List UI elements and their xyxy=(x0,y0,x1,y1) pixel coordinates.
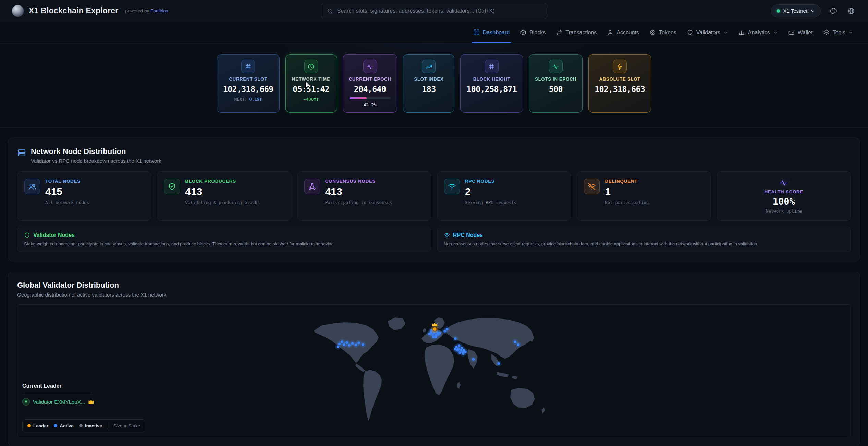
stat-card-current-epoch: CURRENT EPOCH 204,640 42.2% xyxy=(343,54,398,113)
network-nodes-icon xyxy=(304,179,320,194)
node-value: 2 xyxy=(465,186,517,197)
node-label: BLOCK PRODUCERS xyxy=(185,179,260,184)
stat-value: 500 xyxy=(549,85,563,94)
main-content: Network Node Distribution Validator vs R… xyxy=(0,138,868,446)
node-label: RPC NODES xyxy=(465,179,517,184)
stat-label: SLOTS IN EPOCH xyxy=(535,76,576,82)
info-title: Validator Nodes xyxy=(33,232,75,238)
hash-icon xyxy=(241,60,255,73)
search-icon xyxy=(327,8,333,14)
leader-validator-link[interactable]: Validator EXMYLduX... xyxy=(33,399,85,405)
top-header: X1 Blockchain Explorer powered by Fortib… xyxy=(0,0,868,22)
nav-label: Tools xyxy=(833,29,845,36)
fortiblox-link[interactable]: Fortiblox xyxy=(150,8,168,13)
chevron-down-icon xyxy=(773,30,778,35)
nav-label: Analytics xyxy=(748,29,770,36)
nav-label: Wallet xyxy=(798,29,813,36)
leader-avatar: V xyxy=(22,398,30,406)
shield-icon xyxy=(687,29,693,36)
clock-icon xyxy=(304,60,318,73)
info-desc: Non-consensus nodes that serve client re… xyxy=(444,241,844,246)
stat-value: 204,640 xyxy=(354,85,386,94)
network-node-distribution-panel: Network Node Distribution Validator vs R… xyxy=(8,138,860,261)
section-title: Network Node Distribution xyxy=(31,147,161,156)
wallet-icon xyxy=(788,29,795,36)
nav-label: Accounts xyxy=(616,29,639,36)
world-map: Current Leader V Validator EXMYLduX... L… xyxy=(17,304,851,437)
section-title: Global Validator Distribution xyxy=(17,281,851,290)
nav-label: Dashboard xyxy=(483,29,510,36)
node-card-consensus-nodes: CONSENSUS NODES 413 Participating in con… xyxy=(297,171,431,221)
node-value: 415 xyxy=(45,186,89,197)
layers-icon xyxy=(823,29,830,36)
stat-label: CURRENT SLOT xyxy=(229,76,267,82)
node-label: HEALTH SCORE xyxy=(764,189,803,194)
node-desc: Participating in consensus xyxy=(325,200,392,205)
legend-leader: Leader xyxy=(27,423,48,429)
world-map-svg xyxy=(298,305,570,437)
shield-check-icon xyxy=(164,179,180,194)
app-logo[interactable] xyxy=(12,5,24,17)
stat-value: 05:51:42 xyxy=(293,85,329,94)
section-subtitle: Validator vs RPC node breakdown across t… xyxy=(31,158,161,164)
nav-label: Transactions xyxy=(565,29,597,36)
zap-icon xyxy=(613,60,627,73)
nav-tools[interactable]: Tools xyxy=(818,22,858,43)
stat-card-current-slot: CURRENT SLOT 102,318,669 NEXT: 0.19s xyxy=(217,54,280,113)
stat-value: 102,318,663 xyxy=(595,85,645,94)
search-bar[interactable] xyxy=(321,3,547,19)
nav-validators[interactable]: Validators xyxy=(682,22,733,43)
stat-card-absolute-slot: ABSOLUTE SLOT 102,318,663 xyxy=(588,54,651,113)
stat-value: 102,318,669 xyxy=(223,85,273,94)
nav-tokens[interactable]: Tokens xyxy=(644,22,682,43)
pulse-icon xyxy=(549,60,563,73)
powered-by: powered by Fortiblox xyxy=(125,8,168,13)
search-input[interactable] xyxy=(337,8,541,14)
inactive-dot-icon xyxy=(79,424,83,427)
hash-icon xyxy=(485,60,499,73)
nav-analytics[interactable]: Analytics xyxy=(733,22,783,43)
node-desc: Serving RPC requests xyxy=(465,200,517,205)
current-leader-block: Current Leader V Validator EXMYLduX... xyxy=(22,383,94,406)
pulse-icon xyxy=(779,179,788,188)
info-title: RPC Nodes xyxy=(453,232,483,238)
nav-wallet[interactable]: Wallet xyxy=(783,22,818,43)
node-card-delinquent: DELINQUENT 1 Not participating xyxy=(577,171,711,221)
swap-arrows-icon xyxy=(556,29,562,36)
stat-card-block-height: BLOCK HEIGHT 100,258,871 xyxy=(460,54,523,113)
palette-icon xyxy=(830,7,837,15)
network-selector[interactable]: X1 Testnet xyxy=(771,4,821,17)
stat-card-network-time: NETWORK TIME 05:51:42 ~400ms xyxy=(285,54,337,113)
stat-label: SLOT INDEX xyxy=(414,76,443,82)
global-validator-distribution-panel: Global Validator Distribution Geographic… xyxy=(8,272,860,446)
language-button[interactable] xyxy=(846,6,856,16)
app-title: X1 Blockchain Explorer xyxy=(29,6,118,15)
users-icon xyxy=(24,179,40,194)
legend-divider xyxy=(108,423,108,429)
nav-blocks[interactable]: Blocks xyxy=(515,22,551,43)
nav-transactions[interactable]: Transactions xyxy=(551,22,602,43)
nav-label: Tokens xyxy=(659,29,676,36)
crown-icon xyxy=(88,399,94,405)
nav-accounts[interactable]: Accounts xyxy=(602,22,644,43)
node-card-health-score: HEALTH SCORE 100% Network uptime xyxy=(717,171,851,221)
wifi-off-icon xyxy=(584,179,600,194)
info-desc: Stake-weighted nodes that participate in… xyxy=(24,241,424,246)
node-desc: All network nodes xyxy=(45,200,89,205)
current-leader-label: Current Leader xyxy=(22,383,93,393)
stat-card-slot-index: SLOT INDEX 183 xyxy=(403,54,454,113)
stat-sub: NEXT: 0.19s xyxy=(234,97,262,102)
main-nav: Dashboard Blocks Transactions Accounts T… xyxy=(0,22,868,43)
node-value: 413 xyxy=(185,186,260,197)
stat-label: CURRENT EPOCH xyxy=(349,76,391,82)
leader-dot-icon xyxy=(27,424,31,427)
stat-value: 100,258,871 xyxy=(466,85,517,94)
nav-dashboard[interactable]: Dashboard xyxy=(468,22,515,43)
stat-card-slots-in-epoch: SLOTS IN EPOCH 500 xyxy=(529,54,583,113)
cube-icon xyxy=(520,29,526,36)
node-value: 413 xyxy=(325,186,392,197)
epoch-progress-fill xyxy=(350,97,367,99)
theme-button[interactable] xyxy=(828,6,839,16)
rpc-nodes-info: RPC Nodes Non-consensus nodes that serve… xyxy=(437,227,851,252)
active-dot-icon xyxy=(54,424,57,427)
